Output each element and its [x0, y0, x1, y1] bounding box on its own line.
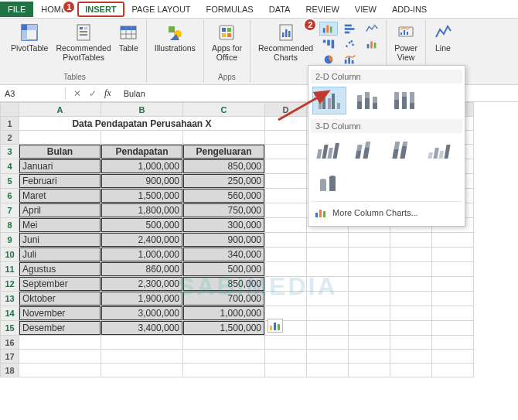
row-header-16[interactable]: 16 [1, 336, 19, 350]
table-header[interactable]: Bulan [19, 145, 101, 159]
data-cell[interactable]: 2,400,000 [101, 233, 182, 247]
row-header-1[interactable]: 1 [1, 117, 19, 131]
data-cell[interactable]: 560,000 [183, 189, 264, 203]
data-cell[interactable]: September [19, 277, 101, 291]
data-cell[interactable]: April [19, 203, 101, 217]
chart-option-3d-100-stacked-column[interactable] [387, 136, 421, 164]
data-cell[interactable]: Oktober [19, 292, 101, 306]
chart-option-3d-stacked-column[interactable] [349, 136, 383, 164]
row-header-2[interactable]: 2 [1, 131, 19, 145]
tab-review[interactable]: REVIEW [298, 2, 346, 17]
recommended-pivottables-button[interactable]: Recommended PivotTables [53, 22, 114, 63]
chart-option-3d-clustered-column[interactable] [312, 136, 346, 164]
data-cell[interactable]: 1,000,000 [101, 159, 182, 173]
col-header-C[interactable]: C [183, 103, 265, 117]
chart-option-100-stacked-column[interactable] [387, 87, 421, 114]
insert-hierarchy-chart-button[interactable] [319, 37, 338, 51]
chart-option-3d-cylinder[interactable] [312, 170, 346, 198]
row-header-6[interactable]: 6 [1, 189, 19, 203]
data-cell[interactable]: 500,000 [101, 218, 182, 232]
data-cell[interactable]: 3,400,000 [101, 321, 182, 335]
data-cell[interactable]: Juli [19, 248, 101, 261]
line-sparkline-button[interactable]: Line [431, 22, 455, 54]
data-cell[interactable]: Agustus [19, 262, 101, 276]
tab-formulas[interactable]: FORMULAS [199, 2, 261, 17]
row-header-5[interactable]: 5 [1, 174, 19, 189]
data-cell[interactable]: 1,500,000 [101, 189, 182, 203]
row-header-12[interactable]: 12 [1, 277, 19, 292]
data-cell[interactable]: 300,000 [183, 218, 264, 232]
table-button[interactable]: Table [116, 22, 141, 54]
data-cell[interactable]: 3,000,000 [101, 306, 182, 320]
row-header-4[interactable]: 4 [1, 159, 19, 174]
data-cell[interactable]: 340,000 [183, 248, 264, 261]
more-column-charts-link[interactable]: More Column Charts... [311, 201, 462, 224]
data-cell[interactable]: November [19, 306, 101, 320]
row-header-17[interactable]: 17 [1, 350, 19, 364]
data-cell[interactable]: 250,000 [183, 174, 264, 188]
col-header-A[interactable]: A [19, 103, 101, 117]
insert-bar-chart-button[interactable] [341, 22, 360, 36]
row-header-14[interactable]: 14 [1, 306, 19, 321]
tab-page-layout[interactable]: PAGE LAYOUT [124, 2, 199, 17]
enter-icon[interactable]: ✓ [89, 88, 97, 99]
select-all[interactable] [1, 103, 19, 117]
data-cell[interactable]: 850,000 [183, 277, 264, 291]
data-cell[interactable]: 860,000 [101, 262, 182, 276]
title-cell[interactable]: Data Pendapatan Perusahaan X [19, 118, 264, 130]
row-header-13[interactable]: 13 [1, 292, 19, 306]
data-cell[interactable]: 1,000,000 [101, 248, 182, 261]
pivottable-button[interactable]: PivotTable [8, 22, 51, 54]
cancel-icon[interactable]: ✕ [73, 88, 81, 99]
insert-scatter-chart-button[interactable] [341, 37, 360, 51]
apps-for-office-button[interactable]: Apps for Office [209, 22, 245, 63]
table-header[interactable]: Pendapatan [101, 145, 182, 159]
power-view-button[interactable]: Power View [391, 22, 421, 63]
data-cell[interactable]: 850,000 [183, 159, 264, 173]
data-cell[interactable]: Februari [19, 174, 101, 188]
row-header-18[interactable]: 18 [1, 364, 19, 377]
tab-data[interactable]: DATA [261, 2, 298, 17]
svg-rect-35 [345, 32, 349, 34]
data-cell[interactable]: 2,300,000 [101, 277, 182, 291]
tab-insert[interactable]: INSERT [85, 5, 116, 14]
fx-icon[interactable]: fx [104, 87, 111, 99]
col-header-D[interactable]: D [265, 103, 307, 117]
data-cell[interactable]: 1,900,000 [101, 292, 182, 306]
row-header-10[interactable]: 10 [1, 248, 19, 262]
tab-file[interactable]: FILE [0, 2, 33, 17]
name-box[interactable]: A3 [0, 87, 66, 100]
row-header-7[interactable]: 7 [1, 203, 19, 218]
row-header-9[interactable]: 9 [1, 233, 19, 248]
chart-option-clustered-column[interactable] [312, 87, 346, 114]
pivotchart-button[interactable] [363, 37, 381, 51]
row-header-8[interactable]: 8 [1, 218, 19, 233]
insert-column-chart-button[interactable]: 2 [319, 22, 338, 36]
insert-sparkline-button[interactable] [363, 22, 381, 36]
ribbon-tabs: FILE HOME 1 INSERT PAGE LAYOUT FORMULAS … [0, 0, 518, 19]
data-cell[interactable]: 900,000 [183, 233, 264, 247]
data-cell[interactable]: Desember [19, 321, 101, 335]
data-cell[interactable]: 700,000 [183, 292, 264, 306]
table-header[interactable]: Pengeluaran [183, 145, 264, 159]
data-cell[interactable]: 500,000 [183, 262, 264, 276]
tab-addins[interactable]: ADD-INS [384, 2, 435, 17]
data-cell[interactable]: Juni [19, 233, 101, 247]
data-cell[interactable]: 900,000 [101, 174, 182, 188]
row-header-3[interactable]: 3 [1, 145, 19, 159]
illustrations-button[interactable]: Illustrations [152, 22, 199, 54]
row-header-11[interactable]: 11 [1, 262, 19, 277]
tab-view[interactable]: VIEW [347, 2, 384, 17]
data-cell[interactable]: Mei [19, 218, 101, 232]
data-cell[interactable]: Januari [19, 159, 101, 173]
chart-option-3d-column[interactable] [424, 136, 458, 164]
data-cell[interactable]: 1,500,000 [183, 321, 264, 335]
data-cell[interactable]: 1,000,000 [183, 306, 264, 320]
row-header-15[interactable]: 15 [1, 321, 19, 336]
data-cell[interactable]: 750,000 [183, 203, 264, 217]
data-cell[interactable]: 1,800,000 [101, 203, 182, 217]
col-header-B[interactable]: B [101, 103, 183, 117]
chart-option-stacked-column[interactable] [349, 87, 383, 114]
quick-analysis-icon[interactable] [268, 319, 283, 335]
data-cell[interactable]: Maret [19, 189, 101, 203]
